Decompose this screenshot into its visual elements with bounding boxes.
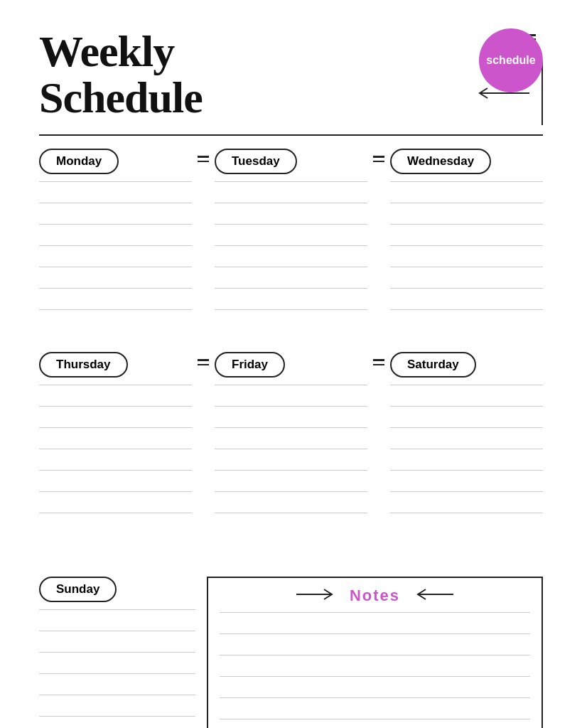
tuesday-column: Tuesday: [215, 149, 367, 331]
schedule-line: [390, 288, 543, 309]
schedule-line: [39, 288, 192, 309]
header: Weekly Schedule schedule: [39, 28, 543, 125]
thursday-lines: [39, 385, 192, 534]
schedule-line: [215, 470, 367, 491]
notes-box: Notes: [207, 577, 543, 728]
schedule-line: [390, 427, 543, 449]
schedule-line: [215, 406, 367, 427]
friday-lines: [215, 385, 367, 534]
note-line: [220, 655, 530, 676]
schedule-line: [215, 491, 367, 513]
note-line: [220, 719, 530, 728]
schedule-line: [39, 491, 192, 513]
thursday-column: Thursday: [39, 352, 192, 534]
note-line: [220, 676, 530, 697]
header-divider: [39, 134, 543, 136]
schedule-line: [39, 309, 192, 331]
week-row-2: Thursday Friday: [39, 352, 543, 534]
schedule-line: [39, 449, 192, 470]
schedule-line: [215, 288, 367, 309]
arrow-left-icon: [414, 588, 457, 604]
schedule-line: [39, 427, 192, 449]
schedule-line: [215, 224, 367, 245]
arrow-right-icon: [293, 588, 335, 604]
friday-pill: Friday: [215, 352, 285, 378]
tuesday-lines: [215, 181, 367, 331]
thursday-header: Thursday: [39, 352, 192, 378]
tuesday-header: Tuesday: [215, 149, 367, 174]
monday-column: Monday: [39, 149, 192, 331]
tuesday-pill: Tuesday: [215, 149, 297, 174]
vertical-divider: [541, 61, 543, 125]
saturday-column: Saturday: [390, 352, 543, 534]
schedule-line: [39, 406, 192, 427]
wednesday-column: Wednesday: [390, 149, 543, 331]
bottom-section: Sunday Notes: [39, 577, 543, 728]
note-line: [220, 633, 530, 655]
schedule-line: [215, 203, 367, 224]
wednesday-pill: Wednesday: [390, 149, 491, 174]
schedule-line: [390, 267, 543, 288]
page-title: Weekly Schedule: [39, 28, 429, 121]
top-controls: schedule: [519, 28, 543, 47]
schedule-line: [39, 652, 195, 673]
friday-header: Friday: [215, 352, 367, 378]
equals-line: [373, 364, 384, 366]
separator-1: [192, 154, 215, 164]
monday-pill: Monday: [39, 149, 119, 174]
sunday-column: Sunday: [39, 577, 195, 728]
schedule-line: [39, 673, 195, 695]
schedule-line: [390, 385, 543, 406]
schedule-line: [39, 716, 195, 728]
wednesday-lines: [390, 181, 543, 331]
schedule-line: [215, 385, 367, 406]
schedule-line: [390, 309, 543, 331]
equals-line: [198, 161, 209, 163]
equals-line: [373, 161, 384, 163]
separator-3: [192, 358, 215, 367]
schedule-line: [390, 470, 543, 491]
schedule-line: [390, 181, 543, 203]
title-section: Weekly Schedule: [39, 28, 429, 121]
schedule-line: [390, 203, 543, 224]
equals-line: [373, 156, 384, 158]
badge-label: schedule: [486, 54, 535, 67]
schedule-line: [215, 267, 367, 288]
schedule-line: [215, 309, 367, 331]
schedule-line: [39, 267, 192, 288]
schedule-line: [39, 631, 195, 652]
schedule-line: [39, 245, 192, 267]
equals-line: [198, 156, 209, 158]
section-gap-2: [39, 534, 543, 555]
notes-header: Notes: [220, 587, 530, 605]
notes-label: Notes: [350, 587, 400, 605]
schedule-badge: schedule: [479, 28, 543, 92]
schedule-line: [39, 695, 195, 716]
note-line: [220, 612, 530, 633]
schedule-line: [39, 181, 192, 203]
schedule-line: [390, 513, 543, 534]
equals-line: [373, 359, 384, 361]
schedule-line: [215, 181, 367, 203]
section-gap-1: [39, 331, 543, 352]
separator-4: [367, 358, 390, 367]
right-section: schedule: [429, 28, 543, 125]
equals-line: [198, 364, 209, 366]
week-row-1: Monday Tuesday: [39, 149, 543, 331]
schedule-line: [390, 224, 543, 245]
schedule-line: [390, 449, 543, 470]
monday-header: Monday: [39, 149, 192, 174]
separator-2: [367, 154, 390, 164]
schedule-line: [39, 224, 192, 245]
sunday-pill: Sunday: [39, 577, 117, 602]
saturday-pill: Saturday: [390, 352, 476, 378]
sunday-header: Sunday: [39, 577, 195, 602]
schedule-line: [39, 513, 192, 534]
schedule-line: [215, 427, 367, 449]
schedule-line: [390, 245, 543, 267]
schedule-line: [39, 385, 192, 406]
monday-lines: [39, 181, 192, 331]
saturday-lines: [390, 385, 543, 534]
page: Weekly Schedule schedule: [0, 0, 582, 728]
friday-column: Friday: [215, 352, 367, 534]
